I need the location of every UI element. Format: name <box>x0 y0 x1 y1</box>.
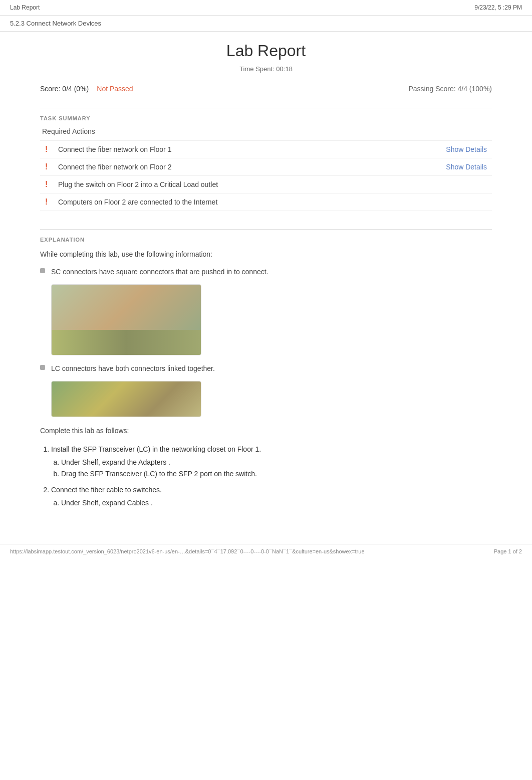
breadcrumb: 5.2.3 Connect Network Devices <box>0 16 532 32</box>
time-spent: Time Spent: 00:18 <box>40 65 492 73</box>
page-title: Lab Report <box>40 42 492 60</box>
task-item: !Plug the switch on Floor 2 into a Criti… <box>40 176 492 193</box>
show-details-link[interactable]: Show Details <box>446 163 487 171</box>
score-row: Score: 0/4 (0%) Not Passed Passing Score… <box>40 85 492 93</box>
not-passed-badge: Not Passed <box>97 85 133 93</box>
explanation-section-header: EXPLANATION <box>40 229 492 243</box>
footer-bar: https://labsimapp.testout.com/_version_6… <box>0 544 532 558</box>
lc-connector-dot <box>40 365 45 370</box>
instruction-substep: Under Shelf, expand the Adapters . <box>61 457 492 468</box>
explanation-intro: While completing this lab, use the follo… <box>40 249 492 260</box>
task-label: Computers on Floor 2 are connected to th… <box>58 198 487 206</box>
header-bar: Lab Report 9/23/22, 5 :29 PM <box>0 0 532 16</box>
instruction-item: Install the SFP Transceiver (LC) in the … <box>51 444 492 479</box>
complete-label: Complete this lab as follows: <box>40 425 492 436</box>
lc-connector-desc: LC connectors have both connectors linke… <box>51 363 215 374</box>
score-left: Score: 0/4 (0%) Not Passed <box>40 85 133 93</box>
sc-connector-dot <box>40 268 45 273</box>
sc-connector-info: SC connectors have square connectors tha… <box>40 267 492 277</box>
lc-image <box>51 381 201 417</box>
task-label: Connect the fiber network on Floor 2 <box>58 163 441 171</box>
show-details-link[interactable]: Show Details <box>446 145 487 153</box>
task-summary-section-header: TASK SUMMARY <box>40 108 492 121</box>
task-icon: ! <box>45 198 53 207</box>
task-icon: ! <box>45 162 53 171</box>
task-list: !Connect the fiber network on Floor 1Sho… <box>40 140 492 211</box>
task-label: Plug the switch on Floor 2 into a Critic… <box>58 180 487 188</box>
header-right-label: 9/23/22, 5 :29 PM <box>474 4 522 11</box>
sc-image <box>51 284 201 355</box>
score-label: Score: 0/4 (0%) <box>40 85 89 93</box>
task-item: !Computers on Floor 2 are connected to t… <box>40 193 492 211</box>
passing-score-label: Passing Score: 4/4 (100%) <box>408 85 492 93</box>
task-icon: ! <box>45 145 53 154</box>
footer-page: Page 1 of 2 <box>494 548 522 554</box>
instructions-list: Install the SFP Transceiver (LC) in the … <box>40 444 492 509</box>
sc-connector-desc: SC connectors have square connectors tha… <box>51 267 269 277</box>
sc-image-inner <box>52 285 201 330</box>
instruction-substep: Under Shelf, expand Cables . <box>61 497 492 508</box>
lc-connector-info: LC connectors have both connectors linke… <box>40 363 492 374</box>
task-label: Connect the fiber network on Floor 1 <box>58 145 441 153</box>
footer-url: https://labsimapp.testout.com/_version_6… <box>10 548 365 554</box>
task-item: !Connect the fiber network on Floor 1Sho… <box>40 140 492 158</box>
header-left-label: Lab Report <box>10 4 40 11</box>
instruction-item: Connect the fiber cable to switches.Unde… <box>51 484 492 509</box>
required-actions-title: Required Actions <box>40 127 492 135</box>
instruction-substep: Drag the SFP Transceiver (LC) to the SFP… <box>61 468 492 479</box>
task-item: !Connect the fiber network on Floor 2Sho… <box>40 158 492 176</box>
main-content: Lab Report Time Spent: 00:18 Score: 0/4 … <box>0 32 532 524</box>
lc-image-inner <box>52 381 201 417</box>
task-icon: ! <box>45 180 53 189</box>
